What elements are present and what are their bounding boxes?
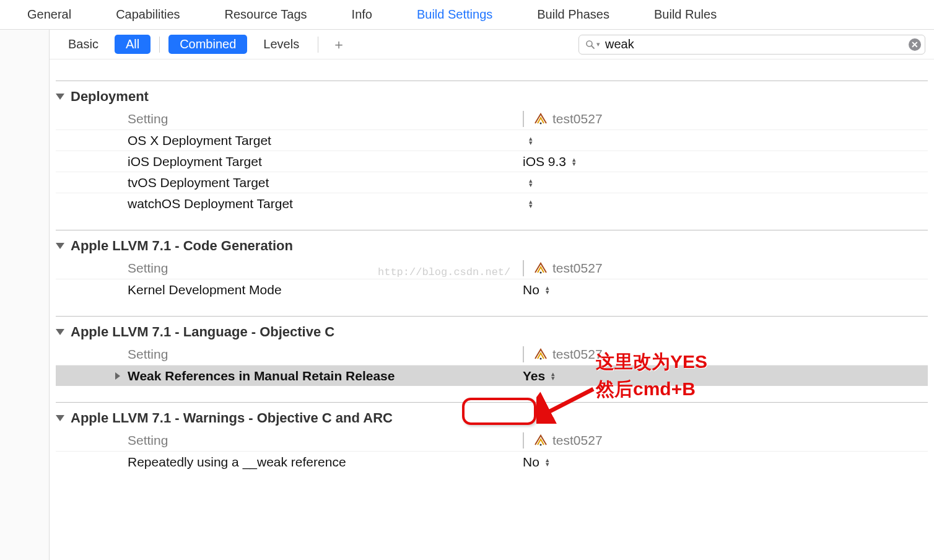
column-headers: Settingtest0527 [56, 108, 928, 129]
svg-point-2 [540, 123, 542, 125]
build-settings-panel: Basic All Combined Levels ＋ ▾ ✕ [50, 30, 934, 560]
target-name: test0527 [552, 433, 603, 448]
settings-group: Apple LLVM 7.1 - Language - Objective CS… [56, 316, 928, 386]
filter-all[interactable]: All [115, 35, 151, 54]
setting-row[interactable]: OS X Deployment Target▴▾ [56, 129, 928, 151]
column-setting-label: Setting [128, 112, 523, 126]
setting-row[interactable]: Weak References in Manual Retain Release… [56, 365, 928, 386]
search-icon [585, 40, 595, 50]
left-sidebar [0, 30, 50, 560]
group-title: Apple LLVM 7.1 - Warnings - Objective C … [71, 410, 393, 426]
target-name: test0527 [552, 347, 603, 362]
target-name: test0527 [552, 112, 603, 126]
setting-row[interactable]: Repeatedly using a __weak referenceNo▴▾ [56, 451, 928, 472]
svg-point-5 [540, 444, 542, 446]
setting-value[interactable]: No▴▾ [523, 455, 549, 470]
setting-row[interactable]: iOS Deployment TargetiOS 9.3▴▾ [56, 151, 928, 172]
group-header[interactable]: Apple LLVM 7.1 - Language - Objective C [56, 323, 928, 344]
clear-search-icon[interactable]: ✕ [909, 38, 921, 51]
value-stepper-icon[interactable]: ▴▾ [529, 178, 533, 187]
disclosure-triangle-icon[interactable] [56, 243, 64, 249]
value-stepper-icon[interactable]: ▴▾ [529, 199, 533, 208]
search-scope-caret-icon[interactable]: ▾ [596, 40, 600, 48]
filter-row: Basic All Combined Levels ＋ ▾ ✕ [50, 30, 934, 59]
setting-value[interactable]: ▴▾ [523, 199, 533, 208]
tab-info[interactable]: Info [330, 1, 395, 28]
disclosure-triangle-icon[interactable] [56, 415, 64, 421]
value-stepper-icon[interactable]: ▴▾ [529, 136, 533, 145]
setting-value[interactable]: Yes▴▾ [523, 369, 555, 383]
setting-value[interactable]: ▴▾ [523, 136, 533, 145]
add-setting-icon[interactable]: ＋ [327, 35, 351, 54]
filter-separator [159, 37, 160, 53]
search-box[interactable]: ▾ ✕ [578, 35, 925, 55]
settings-group: DeploymentSettingtest0527OS X Deployment… [56, 81, 928, 214]
group-title: Apple LLVM 7.1 - Code Generation [71, 238, 293, 254]
setting-row[interactable]: watchOS Deployment Target▴▾ [56, 193, 928, 214]
setting-value[interactable]: No▴▾ [523, 282, 549, 297]
setting-name: Kernel Development Mode [128, 282, 523, 297]
disclosure-triangle-icon[interactable] [56, 329, 64, 335]
setting-row[interactable]: tvOS Deployment Target▴▾ [56, 172, 928, 193]
filter-basic[interactable]: Basic [58, 35, 108, 54]
app-target-icon [534, 348, 548, 361]
column-divider [523, 260, 524, 276]
setting-row[interactable]: Kernel Development ModeNo▴▾ [56, 279, 928, 300]
column-setting-label: Setting [128, 347, 523, 362]
expand-setting-icon[interactable] [115, 372, 120, 380]
setting-name: watchOS Deployment Target [128, 196, 523, 211]
filter-separator-2 [318, 37, 318, 53]
column-divider [523, 432, 524, 448]
group-header[interactable]: Deployment [56, 87, 928, 108]
setting-name: tvOS Deployment Target [128, 175, 523, 190]
value-stepper-icon[interactable]: ▴▾ [546, 458, 549, 466]
tab-general[interactable]: General [5, 1, 94, 28]
settings-group: Apple LLVM 7.1 - Code GenerationSettingt… [56, 230, 928, 300]
column-setting-label: Setting [128, 261, 523, 276]
tab-build-phases[interactable]: Build Phases [515, 1, 632, 28]
column-setting-label: Setting [128, 433, 523, 448]
project-tabs: General Capabilities Resource Tags Info … [0, 0, 934, 30]
filter-levels[interactable]: Levels [253, 35, 309, 54]
tab-build-settings[interactable]: Build Settings [395, 1, 515, 28]
app-target-icon [534, 112, 548, 126]
column-headers: Settingtest0527 [56, 344, 928, 365]
column-headers: Settingtest0527 [56, 258, 928, 279]
column-divider [523, 111, 524, 127]
app-target-icon [534, 261, 548, 275]
value-stepper-icon[interactable]: ▴▾ [546, 286, 549, 294]
group-title: Apple LLVM 7.1 - Language - Objective C [71, 324, 334, 340]
setting-value[interactable]: ▴▾ [523, 178, 533, 187]
setting-name: Weak References in Manual Retain Release [128, 369, 523, 383]
setting-name: Repeatedly using a __weak reference [128, 455, 523, 470]
tab-resource-tags[interactable]: Resource Tags [203, 1, 330, 28]
setting-name: OS X Deployment Target [128, 133, 523, 148]
value-stepper-icon[interactable]: ▴▾ [572, 157, 576, 166]
column-headers: Settingtest0527 [56, 430, 928, 451]
svg-line-1 [591, 46, 594, 48]
search-input[interactable] [605, 37, 909, 51]
svg-point-4 [540, 358, 542, 360]
group-header[interactable]: Apple LLVM 7.1 - Code Generation [56, 237, 928, 258]
column-divider [523, 346, 524, 362]
value-stepper-icon[interactable]: ▴▾ [551, 372, 555, 380]
filter-combined[interactable]: Combined [168, 35, 247, 54]
group-title: Deployment [71, 89, 149, 105]
app-target-icon [534, 434, 548, 447]
group-header[interactable]: Apple LLVM 7.1 - Warnings - Objective C … [56, 409, 928, 430]
tab-capabilities[interactable]: Capabilities [94, 1, 202, 28]
target-name: test0527 [552, 261, 603, 276]
svg-point-3 [540, 272, 542, 274]
tab-build-rules[interactable]: Build Rules [632, 1, 739, 28]
settings-group: Apple LLVM 7.1 - Warnings - Objective C … [56, 402, 928, 472]
setting-value[interactable]: iOS 9.3▴▾ [523, 154, 576, 169]
setting-name: iOS Deployment Target [128, 154, 523, 169]
disclosure-triangle-icon[interactable] [56, 94, 64, 100]
